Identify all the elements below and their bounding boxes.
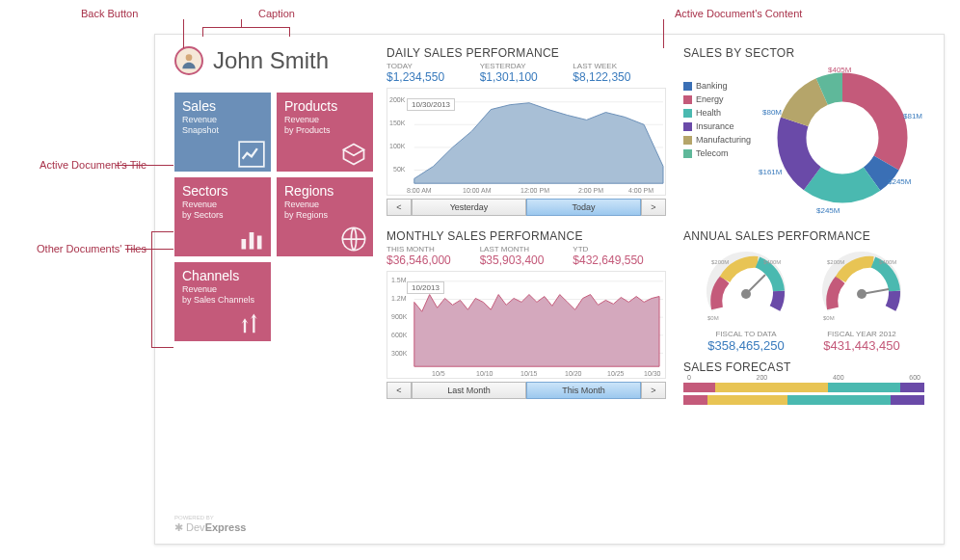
tile-products[interactable]: Products Revenue by Products	[277, 93, 373, 172]
svg-rect-3	[250, 232, 254, 250]
chart-tooltip: 10/2013	[407, 281, 444, 294]
donut-label: $161M	[759, 168, 782, 176]
globe-icon	[340, 226, 367, 253]
legend-label: Insurance	[696, 121, 734, 131]
user-icon	[179, 51, 199, 70]
stat-label: YTD	[573, 245, 666, 253]
tile-sub: Revenue	[182, 200, 263, 209]
svg-point-0	[186, 54, 193, 61]
pager-prev-button[interactable]: <	[387, 382, 412, 399]
svg-rect-1	[239, 142, 264, 167]
stat-value: $8,122,350	[573, 70, 666, 84]
forecast-title: SALES FORECAST	[683, 360, 924, 374]
tile-channels[interactable]: Channels Revenue by Sales Channels	[174, 262, 271, 341]
annotation-back-button: Back Button	[81, 8, 138, 19]
svg-text:$0M: $0M	[707, 315, 719, 321]
tile-title: Channels	[182, 268, 263, 283]
annual-title: ANNUAL SALES PERFORMANCE	[683, 229, 924, 243]
stat-value: $35,903,400	[480, 253, 573, 267]
stat-label: YESTERDAY	[480, 62, 573, 70]
tile-sub: Revenue	[182, 284, 263, 294]
monthly-chart: 10/2013 1.5M 1.2M 900K 600K 300K 10/5 10…	[387, 271, 666, 379]
logo-powered-by: POWERED BY	[174, 515, 214, 520]
back-button-avatar[interactable]	[174, 46, 203, 75]
tile-title: Sales	[182, 98, 263, 114]
annotation-active-content: Active Document's Content	[675, 8, 802, 19]
daily-chart: 10/30/2013 200K 150K 100K 50K 8:00 AM 10…	[387, 88, 666, 196]
chart-line-icon	[238, 141, 265, 168]
tile-sectors[interactable]: Sectors Revenue by Sectors	[174, 177, 271, 256]
pager-thismonth-button[interactable]: This Month	[526, 382, 641, 399]
tile-title: Products	[284, 98, 365, 114]
tile-sub: Revenue	[284, 200, 365, 209]
sector-donut: Banking Energy Health Insurance Manufact…	[683, 66, 924, 220]
tile-title: Regions	[284, 183, 365, 199]
box-icon	[340, 141, 367, 168]
donut-label: $245M	[816, 206, 840, 215]
svg-text:$200M: $200M	[827, 259, 844, 265]
stat-label: LAST WEEK	[573, 62, 666, 70]
daily-pager: < Yesterday Today >	[387, 199, 666, 216]
annotation-caption: Caption	[258, 8, 295, 19]
gauge-fiscal-2012: $0M $200M $400M	[813, 251, 910, 328]
donut-label: $81M	[903, 112, 922, 120]
tile-sales[interactable]: Sales Revenue Snapshot	[174, 93, 271, 172]
monthly-title: MONTHLY SALES PERFORMANCE	[387, 229, 666, 243]
pager-yesterday-button[interactable]: Yesterday	[412, 199, 526, 216]
tile-regions[interactable]: Regions Revenue by Regions	[277, 177, 373, 256]
forecast-bar-2	[683, 395, 924, 405]
stat-value: $1,301,100	[480, 70, 573, 84]
tile-sub: Revenue	[284, 115, 365, 124]
legend-label: Energy	[696, 94, 724, 104]
gauge-value: $431,443,450	[813, 338, 910, 353]
legend-label: Banking	[696, 81, 728, 91]
tile-sub: Revenue	[182, 115, 263, 124]
stat-label: TODAY	[387, 62, 480, 70]
pager-lastmonth-button[interactable]: Last Month	[412, 382, 526, 399]
pager-next-button[interactable]: >	[641, 199, 666, 216]
annotation-active-tile: Active Document's Tile	[2, 159, 147, 171]
forecast-axis: 0 200 400 600	[683, 374, 924, 381]
tiles-container: Sales Revenue Snapshot Products Revenue …	[174, 93, 373, 341]
stat-value: $432,649,550	[573, 253, 666, 267]
svg-text:$200M: $200M	[711, 259, 729, 265]
forecast-bar-1	[683, 383, 924, 392]
gauge-label: FISCAL TO DATA	[698, 330, 794, 338]
annotation-other-tiles: Other Documents' Tiles	[2, 243, 147, 254]
legend-label: Health	[696, 108, 721, 118]
tile-sub: Snapshot	[182, 125, 263, 135]
tile-sub: by Regions	[284, 210, 365, 220]
bars-icon	[238, 226, 265, 253]
monthly-pager: < Last Month This Month >	[387, 382, 666, 399]
header: John Smith	[174, 46, 329, 75]
svg-text:$0M: $0M	[823, 315, 835, 321]
devexpress-logo: ✱ DevExpress	[174, 521, 246, 534]
daily-title: DAILY SALES PERFORMANCE	[387, 46, 666, 60]
stat-label: LAST MONTH	[480, 245, 573, 253]
sector-legend: Banking Energy Health Insurance Manufact…	[683, 81, 751, 162]
donut-chart	[770, 66, 915, 210]
stat-value: $1,234,550	[387, 70, 480, 84]
annual-gauges: $0M $200M $400M FISCAL TO DATA $358,465,…	[683, 251, 924, 353]
gauge-fiscal-data: $0M $200M $400M	[698, 251, 794, 328]
content-area: DAILY SALES PERFORMANCE TODAY$1,234,550 …	[387, 46, 930, 530]
svg-rect-2	[242, 239, 247, 250]
gauge-value: $358,465,250	[698, 338, 794, 353]
tile-sub: by Sectors	[182, 210, 263, 220]
dashboard-panel: John Smith Sales Revenue Snapshot Produc…	[154, 34, 945, 545]
pager-next-button[interactable]: >	[641, 382, 666, 399]
donut-label: $405M	[828, 66, 851, 74]
daily-stats: TODAY$1,234,550 YESTERDAY$1,301,100 LAST…	[387, 62, 666, 84]
tile-sub: by Sales Channels	[182, 295, 263, 305]
donut-label: $245M	[888, 177, 911, 186]
stat-label: THIS MONTH	[387, 245, 480, 253]
forecast-section: SALES FORECAST 0 200 400 600	[683, 360, 924, 405]
tile-sub: by Products	[284, 125, 365, 135]
gauge-label: FISCAL YEAR 2012	[813, 330, 910, 338]
svg-text:$400M: $400M	[763, 259, 781, 265]
chart-tooltip: 10/30/2013	[407, 98, 455, 111]
pager-today-button[interactable]: Today	[526, 199, 641, 216]
page-title: John Smith	[213, 47, 329, 74]
pager-prev-button[interactable]: <	[387, 199, 412, 216]
arrows-up-icon	[238, 310, 265, 337]
